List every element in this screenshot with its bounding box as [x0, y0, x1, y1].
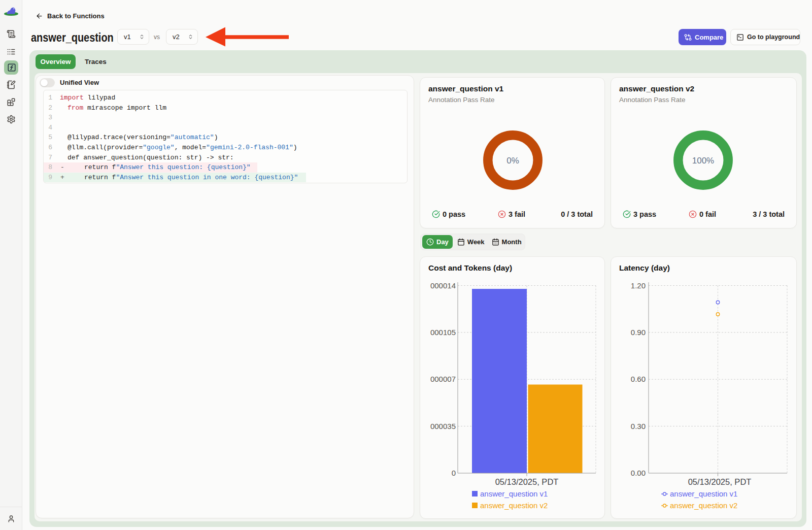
- svg-text:000105: 000105: [430, 328, 456, 337]
- svg-text:000007: 000007: [430, 375, 456, 383]
- svg-text:1.20: 1.20: [631, 281, 646, 290]
- svg-text:05/13/2025, PDT: 05/13/2025, PDT: [688, 477, 752, 486]
- svg-text:0.00: 0.00: [631, 469, 646, 477]
- svg-text:0.90: 0.90: [631, 328, 646, 337]
- svg-text:000014: 000014: [430, 281, 456, 290]
- svg-text:100%: 100%: [692, 156, 714, 165]
- svg-text:answer_question v2: answer_question v2: [480, 501, 548, 510]
- svg-text:0.30: 0.30: [631, 422, 646, 430]
- svg-text:answer_question v1: answer_question v1: [670, 489, 737, 498]
- svg-text:0.60: 0.60: [631, 375, 646, 383]
- svg-text:05/13/2025, PDT: 05/13/2025, PDT: [495, 477, 559, 486]
- svg-text:0: 0: [452, 469, 456, 477]
- svg-text:0%: 0%: [506, 156, 519, 165]
- svg-text:000035: 000035: [430, 422, 456, 430]
- svg-text:answer_question v2: answer_question v2: [670, 501, 737, 510]
- svg-text:answer_question v1: answer_question v1: [480, 489, 548, 498]
